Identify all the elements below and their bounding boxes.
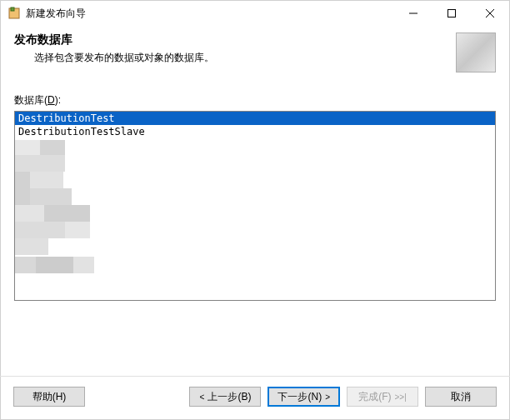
help-button[interactable]: 帮助(H) (13, 387, 85, 407)
minimize-button[interactable] (394, 1, 432, 26)
database-list-label: 数据库(D): (14, 93, 496, 108)
window-controls (394, 1, 509, 26)
list-item[interactable]: DestributionTestSlave (15, 125, 495, 138)
wizard-footer: 帮助(H) < 上一步(B) 下一步(N) > 完成(F) >>| 取消 (0, 376, 510, 420)
wizard-header: 发布数据库 选择包含要发布的数据或对象的数据库。 (1, 26, 509, 83)
page-subtitle: 选择包含要发布的数据或对象的数据库。 (14, 51, 449, 65)
chevron-left-icon: < (200, 392, 205, 402)
double-chevron-right-icon: >>| (395, 392, 407, 402)
back-button[interactable]: < 上一步(B) (189, 387, 261, 407)
cancel-button[interactable]: 取消 (425, 387, 497, 407)
finish-button: 完成(F) >>| (347, 387, 418, 407)
chevron-right-icon: > (325, 392, 330, 402)
redacted-items (15, 140, 132, 282)
list-item[interactable]: DestributionTest (15, 112, 495, 125)
close-button[interactable] (471, 1, 509, 26)
svg-rect-3 (448, 10, 456, 18)
content-area: 数据库(D): DestributionTestDestributionTest… (1, 83, 509, 308)
next-button[interactable]: 下一步(N) > (268, 387, 340, 407)
app-icon (8, 7, 21, 20)
page-title: 发布数据库 (14, 32, 449, 48)
maximize-button[interactable] (432, 1, 471, 26)
wizard-banner-image (456, 32, 496, 72)
database-listbox[interactable]: DestributionTestDestributionTestSlave (14, 111, 496, 301)
titlebar: 新建发布向导 (1, 1, 509, 26)
svg-rect-1 (11, 8, 14, 11)
window-title: 新建发布向导 (26, 7, 394, 21)
